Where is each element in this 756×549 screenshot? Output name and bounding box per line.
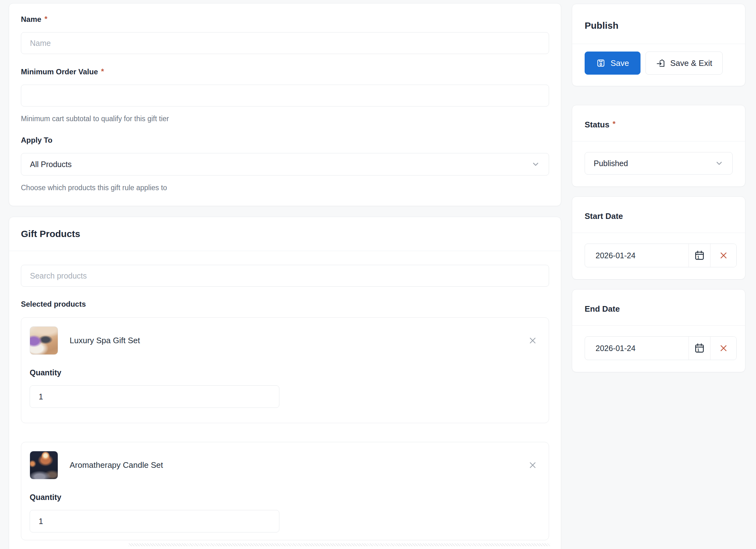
end-date-calendar-button[interactable]: 1 [689,337,710,360]
gift-products-card: Gift Products Selected products Luxury S… [9,217,561,549]
svg-text:1: 1 [697,348,700,352]
required-asterisk: * [612,120,615,128]
start-date-label: Start Date [585,211,623,221]
sidebar: Publish Save [572,4,745,549]
product-title: Aromatherapy Candle Set [70,460,163,470]
end-date-group: 2026-01-24 1 [585,336,737,360]
quantity-input[interactable] [30,510,279,532]
start-date-calendar-button[interactable]: 1 [689,244,710,267]
rule-details-card: Name * Minimum Order Value * Minimum car… [9,3,561,206]
end-date-label: End Date [585,304,620,314]
calendar-icon: 1 [694,250,705,261]
status-select[interactable]: Published [585,152,733,174]
exit-icon [656,58,665,68]
gift-products-body: Selected products Luxury Spa Gift Set Qu… [9,251,561,549]
status-label: Status [585,120,609,130]
minimum-order-value-help: Minimum cart subtotal to qualify for thi… [21,115,549,122]
minimum-order-value-input[interactable] [21,85,549,106]
apply-to-select[interactable]: All Products [21,153,549,175]
clear-x-icon [719,344,728,353]
status-label-row: Status * [585,120,616,130]
selected-product-row: Luxury Spa Gift Set Quantity [21,317,549,423]
start-date-card: Start Date 2026-01-24 1 [572,196,745,280]
save-and-exit-button[interactable]: Save & Exit [646,51,722,75]
product-search-input[interactable] [21,265,549,287]
gift-products-header: Gift Products [9,217,561,251]
apply-to-field: Apply To All Products Choose which produ… [21,136,549,191]
save-and-exit-button-label: Save & Exit [670,58,712,68]
status-body: Published [572,141,745,186]
required-asterisk: * [101,67,104,76]
publish-header: Publish [572,4,745,44]
close-icon [528,461,537,469]
required-asterisk: * [44,15,47,23]
product-title: Luxury Spa Gift Set [70,336,140,346]
remove-product-button[interactable] [526,334,539,348]
start-date-input[interactable]: 2026-01-24 [585,244,689,267]
close-icon [528,336,537,345]
publish-actions: Save Save & Exit [572,44,745,86]
remove-product-button[interactable] [526,458,539,472]
status-selected-value: Published [594,159,628,168]
apply-to-help: Choose which products this gift rule app… [21,184,549,191]
main-column: Name * Minimum Order Value * Minimum car… [9,3,561,549]
publish-title: Publish [585,20,618,31]
chevron-down-icon [715,159,724,168]
minimum-order-value-label: Minimum Order Value [21,67,98,76]
save-button-label: Save [611,58,629,68]
apply-to-label-row: Apply To [21,136,549,145]
clear-x-icon [719,251,728,260]
start-date-header: Start Date [572,197,745,233]
end-date-header: End Date [572,290,745,326]
apply-to-selected-value: All Products [30,160,71,169]
minimum-order-value-label-row: Minimum Order Value * [21,67,549,76]
end-date-body: 2026-01-24 1 [572,326,745,372]
product-head: Luxury Spa Gift Set [30,326,539,355]
gift-products-title: Gift Products [21,228,549,239]
page: Name * Minimum Order Value * Minimum car… [0,0,756,549]
selected-products-label: Selected products [21,300,549,309]
save-icon [596,58,606,68]
svg-text:1: 1 [697,255,700,259]
start-date-body: 2026-01-24 1 [572,233,745,279]
start-date-clear-button[interactable] [710,244,736,267]
name-input[interactable] [21,32,549,54]
product-head: Aromatherapy Candle Set [30,451,539,479]
product-thumbnail [30,326,58,355]
status-header: Status * [572,105,745,141]
product-thumbnail [30,451,58,479]
publish-card: Publish Save [572,4,745,86]
chevron-down-icon [531,160,540,169]
cutoff-dashed-strip [129,543,550,546]
status-card: Status * Published [572,105,745,187]
start-date-group: 2026-01-24 1 [585,243,737,267]
quantity-label: Quantity [30,493,539,502]
quantity-label: Quantity [30,368,539,377]
calendar-icon: 1 [694,343,705,354]
selected-product-row: Aromatherapy Candle Set Quantity [21,442,549,540]
end-date-clear-button[interactable] [710,337,736,360]
name-label: Name [21,15,41,24]
apply-to-label: Apply To [21,136,52,145]
name-field: Name * [21,15,549,54]
end-date-card: End Date 2026-01-24 1 [572,289,745,372]
quantity-input[interactable] [30,385,279,408]
save-button[interactable]: Save [585,51,641,75]
end-date-input[interactable]: 2026-01-24 [585,337,689,360]
name-label-row: Name * [21,15,549,24]
minimum-order-value-field: Minimum Order Value * Minimum cart subto… [21,67,549,122]
